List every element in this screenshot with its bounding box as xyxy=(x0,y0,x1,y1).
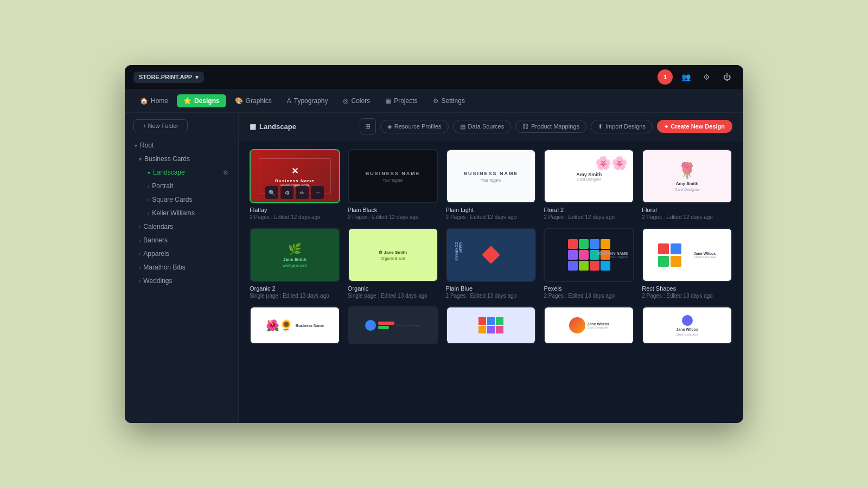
nav-item-typography[interactable]: A Typography xyxy=(280,94,335,107)
create-new-design-button[interactable]: + Create New Design xyxy=(657,120,732,133)
sidebar-item-banners[interactable]: › Banners xyxy=(128,234,235,247)
design-meta-plain-blue: 2 Pages : Edited 13 days ago xyxy=(446,293,537,299)
design-thumb-circles: Jane Wilcox Card Designer xyxy=(544,306,634,344)
design-card-floral[interactable]: 🌹 Amy Smith Card Designer Floral 2 Pages… xyxy=(642,149,732,220)
import-icon: ⬆ xyxy=(598,123,603,130)
power-icon[interactable]: ⏻ xyxy=(719,69,735,85)
landscape-settings-icon[interactable]: ⚙ xyxy=(223,169,228,176)
projects-icon: ▦ xyxy=(385,97,391,105)
sidebar-item-calendars[interactable]: › Calendars xyxy=(128,220,235,233)
design-card-organic2[interactable]: 🌿 Jane Smith www.jane.com Organic 2 Sing… xyxy=(250,228,340,299)
flatlay-settings-btn[interactable]: ⚙ xyxy=(280,186,293,199)
design-card-colorful2[interactable]: Business Name xyxy=(348,306,438,348)
store-logo-chevron: ▾ xyxy=(195,74,199,81)
flatlay-actions: 🔍 ⚙ ✏ ··· xyxy=(265,186,324,199)
users-icon[interactable]: 👥 xyxy=(678,69,693,85)
nav-bar: 🏠 Home ⭐ Designs 🎨 Graphics A Typography… xyxy=(125,89,743,113)
filter-button[interactable]: ⊞ xyxy=(360,118,376,134)
main-content: + New Folder ▾ Root ▾ Business Cards ▾ L… xyxy=(125,113,743,423)
design-card-plain-black[interactable]: BUSINESS NAME Your Tagline Plain Black 2… xyxy=(348,149,438,220)
nav-colors-label: Colors xyxy=(351,97,370,105)
calendars-chevron: › xyxy=(139,224,141,230)
design-card-flatlay[interactable]: ✕ Business Name www.email.com 🔍 ⚙ ✏ ··· xyxy=(250,149,340,220)
resource-profiles-button[interactable]: ◈ Resource Profiles xyxy=(380,120,449,133)
sidebar-item-marathon-bibs[interactable]: › Marathon Bibs xyxy=(128,261,235,274)
flatlay-more-btn[interactable]: ··· xyxy=(311,186,324,199)
design-card-plain-light[interactable]: BUSINESS NAME Your Tagline Plain Light 2… xyxy=(446,149,537,220)
keller-chevron: › xyxy=(148,210,149,216)
nav-item-home[interactable]: 🏠 Home xyxy=(133,94,175,107)
design-thumb-floral: 🌹 Amy Smith Card Designer xyxy=(642,149,732,203)
root-label: Root xyxy=(140,142,154,149)
notification-icon[interactable]: 1 xyxy=(658,69,673,85)
store-logo[interactable]: STORE.PRINT.APP ▾ xyxy=(133,72,204,83)
nav-item-settings[interactable]: ⚙ Settings xyxy=(426,94,471,107)
design-card-circles[interactable]: Jane Wilcox Card Designer xyxy=(544,306,634,348)
sidebar-item-landscape[interactable]: ▾ Landscape ⚙ xyxy=(128,166,235,179)
product-mappings-icon: ⛓ xyxy=(522,123,528,130)
graphics-icon: 🎨 xyxy=(235,97,243,105)
design-thumb-colorful2: Business Name xyxy=(348,306,438,344)
design-card-organic[interactable]: ✿ Jane Smith Organic Brand Organic Singl… xyxy=(348,228,438,299)
nav-item-projects[interactable]: ▦ Projects xyxy=(379,94,424,107)
design-meta-pexels: 2 Pages : Edited 13 days ago xyxy=(544,293,634,299)
design-card-plain-blue[interactable]: COMPANY NAME Plain Blue 2 Pages : Edited… xyxy=(446,228,537,299)
banners-label: Banners xyxy=(143,236,168,244)
design-meta-plain-light: 2 Pages : Edited 12 days ago xyxy=(446,214,537,220)
resource-profiles-icon: ◈ xyxy=(387,123,392,130)
sidebar-item-weddings[interactable]: › Weddings xyxy=(128,274,235,287)
top-bar: STORE.PRINT.APP ▾ 1 👥 ⚙ ⏻ xyxy=(125,65,743,89)
sidebar-item-square-cards[interactable]: › Square Cards xyxy=(128,193,235,206)
design-card-geometric[interactable] xyxy=(446,306,537,348)
marathon-chevron: › xyxy=(139,265,141,271)
content-area: ▦ Landscape ⊞ ◈ Resource Profiles ▤ Data… xyxy=(239,113,743,423)
flatlay-edit-btn[interactable]: ✏ xyxy=(296,186,309,199)
sidebar-item-business-cards[interactable]: ▾ Business Cards xyxy=(128,152,235,165)
weddings-label: Weddings xyxy=(143,277,172,285)
design-name-rect-shapes: Rect Shapes xyxy=(642,285,732,292)
design-name-floral2: Floral 2 xyxy=(544,207,634,213)
resource-profiles-label: Resource Profiles xyxy=(394,123,442,130)
data-sources-label: Data Sources xyxy=(468,123,505,130)
design-grid-container: ✕ Business Name www.email.com 🔍 ⚙ ✏ ··· xyxy=(239,140,743,423)
design-card-pexels[interactable]: COMPANY NAME Your Tagline Pexels 2 Pages… xyxy=(544,228,634,299)
nav-item-graphics[interactable]: 🎨 Graphics xyxy=(228,94,278,107)
design-card-rect-shapes[interactable]: Jane Wilcox Chief Executive Rect Shapes … xyxy=(642,228,732,299)
product-mappings-button[interactable]: ⛓ Product Mappings xyxy=(515,120,586,133)
square-cards-chevron: › xyxy=(148,197,149,203)
new-folder-button[interactable]: + New Folder xyxy=(133,119,188,132)
breadcrumb-icon: ▦ xyxy=(250,123,256,131)
sidebar-item-keller-williams[interactable]: › Keller Williams xyxy=(128,207,235,220)
square-cards-label: Square Cards xyxy=(152,196,192,203)
business-cards-chevron: ▾ xyxy=(139,156,142,162)
design-thumb-organic: ✿ Jane Smith Organic Brand xyxy=(348,228,438,282)
design-name-floral: Floral xyxy=(642,207,732,213)
design-meta-floral2: 2 Pages : Edited 12 days ago xyxy=(544,214,634,220)
settings-top-icon[interactable]: ⚙ xyxy=(699,69,714,85)
app-window: STORE.PRINT.APP ▾ 1 👥 ⚙ ⏻ 🏠 Home ⭐ Desig… xyxy=(125,65,743,423)
sidebar-item-root[interactable]: ▾ Root xyxy=(128,139,235,152)
design-card-colorful1[interactable]: 🌺🌻 Business Name xyxy=(250,306,340,348)
apparels-chevron: › xyxy=(139,251,141,257)
design-thumb-plain-light: BUSINESS NAME Your Tagline xyxy=(446,149,537,203)
import-designs-button[interactable]: ⬆ Import Designs xyxy=(591,120,653,133)
new-folder-label: + New Folder xyxy=(143,123,178,129)
nav-item-colors[interactable]: ◎ Colors xyxy=(336,94,376,107)
colors-icon: ◎ xyxy=(343,97,348,105)
design-meta-rect-shapes: 2 Pages : Edited 13 days ago xyxy=(642,293,732,299)
design-card-modern[interactable]: Jane Wilcox Chief Executive xyxy=(642,306,732,348)
sidebar-item-apparels[interactable]: › Apparels xyxy=(128,247,235,260)
weddings-chevron: › xyxy=(139,278,141,284)
flatlay-search-btn[interactable]: 🔍 xyxy=(265,186,278,199)
data-sources-icon: ▤ xyxy=(460,123,465,130)
portrait-chevron: › xyxy=(148,183,149,189)
sidebar-item-portrait[interactable]: › Portrait xyxy=(128,179,235,192)
design-thumb-modern: Jane Wilcox Chief Executive xyxy=(642,306,732,344)
nav-designs-label: Designs xyxy=(194,97,220,105)
design-card-floral2[interactable]: 🌸🌸 Amy Smith Card Designer Floral 2 2 Pa… xyxy=(544,149,634,220)
data-sources-button[interactable]: ▤ Data Sources xyxy=(453,120,512,133)
design-thumb-geometric xyxy=(446,306,537,344)
banners-chevron: › xyxy=(139,237,141,243)
nav-settings-label: Settings xyxy=(442,97,465,105)
nav-item-designs[interactable]: ⭐ Designs xyxy=(177,94,226,107)
